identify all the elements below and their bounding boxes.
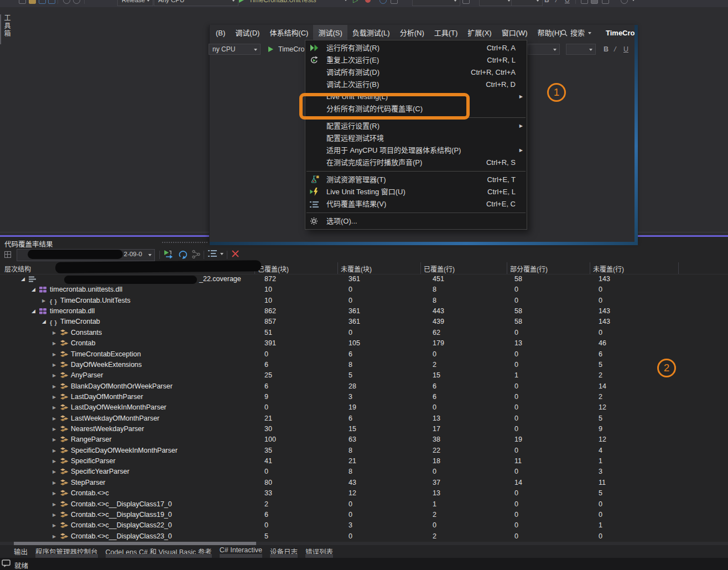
link-icon[interactable] [621, 0, 628, 4]
expander-collapsed-icon[interactable]: ▶ [53, 330, 56, 336]
table-row[interactable]: ▶SpecificParser412118111 [0, 456, 728, 467]
table-row[interactable]: ▶AnyParser2551512 [0, 370, 728, 381]
startup-project-label[interactable]: TimeCrontab.UnitTests [249, 0, 316, 4]
table-row[interactable]: ▶Crontab.<>c__DisplayClass22_003001 [0, 520, 728, 531]
bold-button[interactable]: B [604, 45, 609, 53]
toolbox-tab[interactable]: 工具箱 [2, 14, 12, 38]
solution-config-dropdown[interactable]: Release [117, 0, 153, 6]
expander-collapsed-icon[interactable]: ▶ [53, 352, 56, 357]
column-header-0[interactable]: 层次结构 [4, 264, 31, 273]
feedback-bubble-icon[interactable] [2, 559, 11, 569]
chevron-down-icon[interactable] [220, 253, 223, 255]
solution-platform-dropdown[interactable]: Any CPU [154, 0, 238, 6]
fill-color-icon[interactable] [591, 0, 598, 4]
bold-button[interactable]: B [544, 0, 549, 4]
remove-result-icon[interactable] [231, 250, 240, 260]
side-scrollbar[interactable] [0, 14, 1, 44]
run-icon[interactable] [268, 46, 273, 52]
expander-collapsed-icon[interactable]: ▶ [53, 502, 56, 507]
menubar-item-3[interactable]: 测试(S) [313, 25, 347, 42]
import-coverage-icon[interactable] [164, 250, 176, 261]
column-options-icon[interactable] [208, 250, 217, 259]
menu-item-9[interactable]: 适用于 AnyCPU 项目的处理器体系结构(P)▶ [305, 144, 527, 157]
table-row[interactable]: ◢timecrontab.dll86236144358143 [0, 306, 728, 317]
table-row[interactable]: ◢timecrontab.unittests.dll100800 [0, 284, 728, 295]
start-debug-icon[interactable] [239, 0, 244, 3]
search-box[interactable]: 搜索 [560, 25, 591, 43]
menu-item-1[interactable]: 重复上次运行(E)Ctrl+R, L [305, 54, 527, 66]
bottom-tab-4[interactable]: 设备日志 [270, 545, 298, 558]
menubar-item-7[interactable]: 扩展(X) [462, 25, 496, 42]
column-header-1[interactable]: 已覆盖(块) [258, 264, 289, 273]
column-header-2[interactable]: 未覆盖(块) [341, 264, 372, 273]
bottom-tab-3[interactable]: C# Interactive [220, 545, 262, 558]
expander-collapsed-icon[interactable]: ▶ [53, 448, 56, 454]
expander-collapsed-icon[interactable]: ▶ [53, 416, 56, 422]
bottom-tab-5[interactable]: 错误列表 [305, 545, 333, 558]
expander-collapsed-icon[interactable]: ▶ [53, 491, 56, 496]
bottom-tab-1[interactable]: 程序包管理器控制台 [35, 545, 98, 558]
expander-collapsed-icon[interactable]: ▶ [53, 405, 56, 411]
table-row[interactable]: ▶StepParser8043371411 [0, 478, 728, 488]
text-color-icon[interactable] [581, 0, 588, 4]
column-header-4[interactable]: 部分覆盖(行) [510, 264, 548, 273]
platform-dropdown[interactable]: ny CPU [209, 44, 261, 55]
size-dropdown-empty[interactable] [511, 0, 543, 6]
style-dropdown-empty[interactable] [528, 44, 560, 55]
menu-item-16[interactable]: 选项(O)... [305, 215, 527, 227]
toolbar-dropdown-empty[interactable] [412, 0, 460, 6]
table-row[interactable]: ▶TimeCrontabException06006 [0, 349, 728, 360]
menu-item-10[interactable]: 在测试完成运行时播放声音(P)Ctrl+R, S [305, 157, 527, 169]
panel-drag-grip[interactable] [162, 241, 208, 243]
menu-item-0[interactable]: 运行所有测试(R)Ctrl+R, A [305, 42, 527, 54]
record-icon[interactable] [365, 0, 371, 3]
table-row[interactable]: ▶NearestWeekdayParser30151709 [0, 424, 728, 434]
menu-item-8[interactable]: 配置远程测试环境 [305, 132, 527, 144]
underline-button[interactable]: U [565, 0, 570, 4]
column-header-5[interactable]: 未覆盖(行) [593, 264, 624, 273]
new-project-icon[interactable] [19, 0, 26, 4]
table-row[interactable]: ▶Crontab3911051791346 [0, 338, 728, 349]
expander-collapsed-icon[interactable]: ▶ [53, 480, 56, 486]
menu-item-12[interactable]: 测试资源管理器(T)Ctrl+E, T [305, 174, 527, 186]
expander-collapsed-icon[interactable]: ▶ [53, 523, 56, 528]
display-icon[interactable] [462, 0, 470, 4]
table-row[interactable]: ◢{ }TimeCrontab85736143958143 [0, 317, 728, 327]
menubar-item-2[interactable]: 体系结构(C) [264, 25, 313, 42]
expander-collapsed-icon[interactable]: ▶ [53, 459, 56, 464]
menu-item-2[interactable]: 调试所有测试(D)Ctrl+R, Ctrl+A [305, 66, 527, 79]
table-row[interactable]: ▶Crontab.<>c33121305 [0, 488, 728, 499]
table-row[interactable]: ▶DayOfWeekExtensions68205 [0, 360, 728, 370]
table-row[interactable]: ▶SpecificDayOfWeekInMonthParser3582204 [0, 445, 728, 456]
menubar-item-6[interactable]: 工具(T) [429, 25, 463, 42]
menubar-item-1[interactable]: 调试(D) [230, 25, 264, 42]
table-row[interactable]: ▶Crontab.<>c__DisplayClass23_050200 [0, 531, 728, 542]
table-row[interactable]: ▶LastWeekdayOfMonthParser2161305 [0, 413, 728, 424]
table-row[interactable]: ▶RangeParser10063381912 [0, 434, 728, 445]
bottom-tab-2[interactable]: CodeLens C# 和 Visual Basic 参考 [106, 545, 212, 558]
bottom-tab-0[interactable]: 输出 [14, 545, 28, 558]
open-folder-icon[interactable] [29, 0, 36, 4]
expander-collapsed-icon[interactable]: ▶ [53, 512, 56, 518]
expander-collapsed-icon[interactable]: ▶ [53, 341, 56, 346]
table-row[interactable]: ▶Crontab.<>c__DisplayClass19_060200 [0, 510, 728, 520]
table-row[interactable]: ▶Constants5106200 [0, 328, 728, 338]
table-row[interactable]: ▶SpecificYearParser08003 [0, 467, 728, 477]
search-magnifier-icon[interactable] [379, 0, 387, 4]
expander-collapsed-icon[interactable]: ▶ [53, 395, 56, 400]
expander-collapsed-icon[interactable]: ▶ [53, 437, 56, 443]
menu-item-7[interactable]: 配置运行设置(R)▶ [305, 120, 527, 132]
coverage-list-icon[interactable] [4, 251, 11, 258]
table-row[interactable]: ▶Crontab.<>c__DisplayClass17_020100 [0, 499, 728, 510]
save-all-icon[interactable] [48, 0, 55, 4]
table-row[interactable]: ▶LastDayOfMonthParser93602 [0, 392, 728, 402]
underline-button[interactable]: U [623, 45, 628, 53]
menu-item-13[interactable]: Live Unit Testing 窗口(U)Ctrl+E, L [305, 186, 527, 198]
column-header-3[interactable]: 已覆盖(行) [424, 264, 455, 273]
expander-collapsed-icon[interactable]: ▶ [53, 469, 56, 475]
menubar-item-4[interactable]: 负载测试(L) [347, 25, 395, 42]
menubar-item-8[interactable]: 窗口(W) [497, 25, 533, 42]
start-without-debug-icon[interactable]: ▷ [353, 0, 358, 4]
expander-collapsed-icon[interactable]: ▶ [42, 298, 45, 304]
save-icon[interactable] [39, 0, 46, 4]
